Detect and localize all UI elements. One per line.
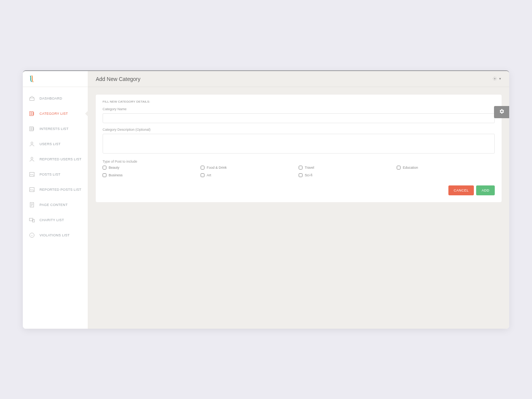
sidebar-nav: DASHBOARD CATEGORY LIST INTERESTS LIST U… — [23, 87, 88, 243]
gear-icon — [499, 108, 505, 116]
page-title: Add New Category — [96, 76, 141, 82]
checkbox-label: Art — [207, 173, 211, 177]
checkbox-grid: Beauty Food & Drink Travel Education — [103, 166, 495, 177]
sidebar-item-posts-list[interactable]: POSTS LIST — [23, 167, 88, 182]
section-header: FILL NEW CATEGORY DETAILS: — [103, 100, 495, 103]
sidebar-item-label: USERS LIST — [40, 142, 61, 146]
user-icon — [29, 141, 35, 147]
settings-tab-button[interactable] — [494, 106, 509, 118]
checkbox-label: Sci-fi — [305, 173, 312, 177]
checkbox-input[interactable] — [201, 173, 204, 177]
checkbox-input[interactable] — [103, 173, 106, 177]
svg-point-23 — [494, 78, 496, 79]
sidebar-item-users-list[interactable]: USERS LIST — [23, 136, 88, 152]
checkbox-input[interactable] — [201, 166, 204, 169]
checkbox-education[interactable]: Education — [397, 166, 495, 169]
sidebar-item-label: INTERESTS LIST — [40, 127, 68, 131]
gear-icon — [492, 76, 497, 82]
checkbox-label: Food & Drink — [207, 166, 227, 169]
cancel-button[interactable]: CANCEL — [448, 185, 474, 195]
checkbox-label: Education — [403, 166, 418, 169]
topbar-settings-menu[interactable]: ▼ — [492, 76, 502, 82]
topbar: Add New Category ▼ — [88, 71, 509, 87]
image-icon — [29, 171, 35, 177]
svg-rect-13 — [30, 188, 34, 192]
sidebar-item-label: PAGE CONTENT — [40, 203, 68, 207]
sidebar-item-label: CHARITY LIST — [40, 218, 64, 222]
sidebar-item-category-list[interactable]: CATEGORY LIST — [23, 106, 88, 121]
content: FILL NEW CATEGORY DETAILS: Category Name… — [88, 87, 509, 210]
checkbox-travel[interactable]: Travel — [299, 166, 397, 169]
checkbox-label: Travel — [305, 166, 314, 169]
app-shell: DASHBOARD CATEGORY LIST INTERESTS LIST U… — [23, 70, 509, 329]
checkbox-label: Beauty — [109, 166, 119, 169]
category-name-label: Category Name — [103, 107, 495, 111]
chevron-down-icon: ▼ — [499, 77, 502, 81]
sidebar: DASHBOARD CATEGORY LIST INTERESTS LIST U… — [23, 71, 88, 329]
devices-icon — [29, 217, 35, 223]
sidebar-item-interests-list[interactable]: INTERESTS LIST — [23, 121, 88, 136]
svg-rect-12 — [30, 173, 34, 177]
category-name-input[interactable] — [103, 113, 495, 123]
sidebar-item-dashboard[interactable]: DASHBOARD — [23, 91, 88, 106]
svg-point-11 — [31, 157, 33, 159]
sidebar-item-page-content[interactable]: PAGE CONTENT — [23, 197, 88, 212]
document-icon — [29, 202, 35, 208]
checkbox-beauty[interactable]: Beauty — [103, 166, 201, 169]
checkbox-input[interactable] — [299, 166, 302, 169]
sidebar-item-label: POSTS LIST — [40, 173, 60, 176]
checkbox-input[interactable] — [299, 173, 302, 177]
category-description-label: Category Description (Optional) — [103, 128, 495, 131]
user-icon — [29, 156, 35, 162]
main: Add New Category ▼ FILL NEW CATEGORY DET… — [88, 71, 509, 329]
button-row: CANCEL ADD — [103, 185, 495, 195]
checkbox-art[interactable]: Art — [201, 173, 299, 177]
sidebar-item-label: CATEGORY LIST — [40, 112, 68, 116]
checkbox-scifi[interactable]: Sci-fi — [299, 173, 397, 177]
sidebar-item-violations-list[interactable]: VIOLATIONS LIST — [23, 228, 88, 243]
add-button[interactable]: ADD — [476, 185, 495, 195]
checkbox-food-drink[interactable]: Food & Drink — [201, 166, 299, 169]
post-type-label: Type of Post to include — [103, 160, 495, 163]
category-description-input[interactable] — [103, 134, 495, 154]
svg-point-10 — [31, 142, 33, 144]
list-icon — [29, 111, 35, 117]
sidebar-item-charity-list[interactable]: CHARITY LIST — [23, 212, 88, 228]
sidebar-item-reported-users-list[interactable]: REPORTED USERS LIST — [23, 152, 88, 167]
checkbox-label: Business — [109, 173, 123, 177]
list-icon — [29, 126, 35, 132]
logo-area — [23, 71, 88, 87]
dashboard-icon — [29, 95, 35, 101]
sidebar-item-label: REPORTED USERS LIST — [40, 157, 82, 161]
sidebar-item-reported-posts-list[interactable]: REPORTED POSTS LIST — [23, 182, 88, 197]
sidebar-item-label: REPORTED POSTS LIST — [40, 188, 81, 192]
form-card: FILL NEW CATEGORY DETAILS: Category Name… — [96, 95, 502, 202]
sidebar-item-label: VIOLATIONS LIST — [40, 233, 70, 237]
image-icon — [29, 187, 35, 193]
checkbox-input[interactable] — [397, 166, 401, 169]
checkbox-business[interactable]: Business — [103, 173, 201, 177]
info-icon — [29, 232, 35, 238]
sidebar-item-label: DASHBOARD — [40, 97, 62, 100]
logo-icon — [29, 75, 35, 83]
checkbox-input[interactable] — [103, 166, 106, 169]
